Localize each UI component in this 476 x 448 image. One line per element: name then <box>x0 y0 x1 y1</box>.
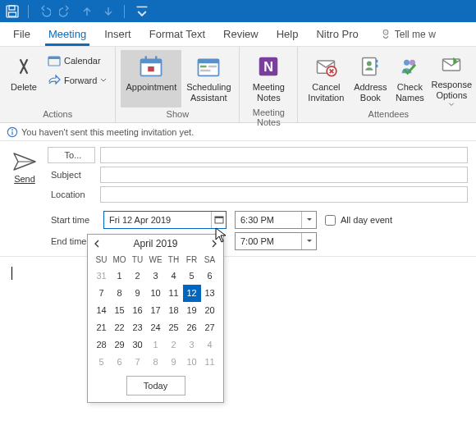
calendar-day[interactable]: 29 <box>111 336 129 354</box>
calendar-day[interactable]: 8 <box>147 354 165 371</box>
next-month-button[interactable] <box>208 238 220 249</box>
meeting-notes-button[interactable]: N Meeting Notes <box>245 50 292 107</box>
today-button[interactable]: Today <box>126 376 185 395</box>
response-options-label: Response Options <box>429 80 474 101</box>
tab-meeting[interactable]: Meeting <box>47 23 88 46</box>
tell-me-search[interactable]: Tell me w <box>380 29 436 46</box>
arrow-down-icon[interactable] <box>101 4 116 19</box>
location-label: Location <box>48 190 95 199</box>
calendar-day[interactable]: 6 <box>111 354 129 371</box>
calendar-day[interactable]: 28 <box>93 336 111 354</box>
calendar-day[interactable]: 14 <box>93 302 111 319</box>
calendar-day[interactable]: 24 <box>147 319 165 336</box>
prev-month-button[interactable] <box>91 238 103 249</box>
calendar-day[interactable]: 11 <box>201 354 219 371</box>
appointment-icon <box>138 53 164 80</box>
calendar-day[interactable]: 30 <box>129 336 147 354</box>
svg-rect-7 <box>48 57 60 59</box>
calendar-day[interactable]: 17 <box>147 302 165 319</box>
svg-rect-25 <box>376 65 378 68</box>
tab-review[interactable]: Review <box>222 23 260 46</box>
calendar-day[interactable]: 20 <box>201 302 219 319</box>
start-time-label: Start time <box>48 215 95 225</box>
calendar-day[interactable]: 11 <box>165 285 183 302</box>
calendar-day[interactable]: 2 <box>165 336 183 354</box>
calendar-day[interactable]: 4 <box>165 267 183 285</box>
calendar-day[interactable]: 7 <box>129 354 147 371</box>
chevron-down-icon <box>100 77 107 84</box>
calendar-day[interactable]: 16 <box>129 302 147 319</box>
chevron-down-icon[interactable] <box>301 212 316 228</box>
cancel-invitation-button[interactable]: Cancel Invitation <box>303 50 349 107</box>
svg-rect-28 <box>443 59 460 71</box>
calendar-day[interactable]: 10 <box>147 285 165 302</box>
check-names-button[interactable]: Check Names <box>391 50 428 107</box>
calendar-day[interactable]: 4 <box>201 336 219 354</box>
calendar-day[interactable]: 2 <box>129 267 147 285</box>
calendar-day[interactable]: 18 <box>165 302 183 319</box>
response-options-button[interactable]: Response Options <box>429 50 474 107</box>
calendar-day[interactable]: 12 <box>183 285 201 302</box>
scheduling-assistant-button[interactable]: Scheduling Assistant <box>183 50 234 107</box>
info-bar-text: You haven't sent this meeting invitation… <box>21 127 194 137</box>
calendar-day[interactable]: 1 <box>111 267 129 285</box>
group-show: Appointment Scheduling Assistant Show <box>116 47 240 122</box>
undo-icon[interactable] <box>37 4 52 19</box>
to-input[interactable] <box>100 147 468 163</box>
calendar-day[interactable]: 9 <box>129 285 147 302</box>
tab-file[interactable]: File <box>11 23 32 46</box>
end-time-combo[interactable]: 7:00 PM <box>235 232 317 250</box>
calendar-day[interactable]: 31 <box>93 267 111 285</box>
location-input[interactable] <box>100 186 468 203</box>
tell-me-label: Tell me w <box>395 29 436 40</box>
to-button[interactable]: To... <box>48 147 95 163</box>
calendar-day[interactable]: 3 <box>147 267 165 285</box>
delete-button[interactable]: Delete <box>5 50 43 107</box>
calendar-day[interactable]: 5 <box>183 267 201 285</box>
svg-rect-24 <box>376 60 378 63</box>
redo-icon[interactable] <box>58 4 73 19</box>
calendar-day[interactable]: 6 <box>201 267 219 285</box>
start-date-dropdown-icon[interactable] <box>211 212 226 228</box>
qat-customize-icon[interactable] <box>135 4 149 19</box>
send-button[interactable]: Send <box>7 146 43 251</box>
calendar-day[interactable]: 13 <box>201 285 219 302</box>
calendar-day[interactable]: 1 <box>147 336 165 354</box>
calendar-day[interactable]: 3 <box>183 336 201 354</box>
calendar-day[interactable]: 19 <box>183 302 201 319</box>
calendar-day[interactable]: 22 <box>111 319 129 336</box>
svg-point-31 <box>11 129 13 130</box>
appointment-button[interactable]: Appointment <box>121 50 181 107</box>
calendar-button[interactable]: Calendar <box>44 52 110 70</box>
arrow-up-icon[interactable] <box>80 4 94 19</box>
calendar-day[interactable]: 23 <box>129 319 147 336</box>
calendar-day[interactable]: 15 <box>111 302 129 319</box>
calendar-day[interactable]: 25 <box>165 319 183 336</box>
start-date-combo[interactable]: Fri 12 Apr 2019 <box>103 211 227 229</box>
calendar-day[interactable]: 26 <box>183 319 201 336</box>
calendar-day[interactable]: 21 <box>93 319 111 336</box>
tab-insert[interactable]: Insert <box>103 23 133 46</box>
all-day-checkbox[interactable]: All day event <box>325 215 392 226</box>
save-icon[interactable] <box>5 4 20 19</box>
address-book-button[interactable]: Address Book <box>350 50 390 107</box>
tab-nitro-pro[interactable]: Nitro Pro <box>314 23 359 46</box>
tab-format-text[interactable]: Format Text <box>148 23 207 46</box>
tab-help[interactable]: Help <box>275 23 300 46</box>
calendar-day[interactable]: 10 <box>183 354 201 371</box>
forward-icon <box>48 74 61 87</box>
chevron-down-icon[interactable] <box>301 233 316 249</box>
calendar-day[interactable]: 27 <box>201 319 219 336</box>
all-day-input[interactable] <box>325 215 336 226</box>
calendar-day[interactable]: 9 <box>165 354 183 371</box>
calendar-day[interactable]: 8 <box>111 285 129 302</box>
date-picker-title[interactable]: April 2019 <box>133 238 177 249</box>
calendar-day[interactable]: 5 <box>93 354 111 371</box>
calendar-day[interactable]: 7 <box>93 285 111 302</box>
delete-icon <box>11 53 37 80</box>
forward-button[interactable]: Forward <box>44 71 110 89</box>
start-time-combo[interactable]: 6:30 PM <box>235 211 317 229</box>
message-body[interactable] <box>0 257 476 290</box>
subject-input[interactable] <box>100 167 468 183</box>
day-of-week-header: TU <box>129 253 147 267</box>
